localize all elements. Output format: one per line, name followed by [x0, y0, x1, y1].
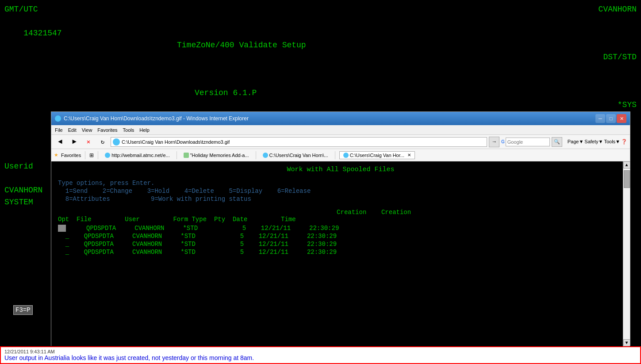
- f3-label: F3=P: [13, 305, 33, 315]
- safety-menu[interactable]: Safety▼: [584, 139, 603, 145]
- creation-time-header: Creation: [381, 209, 411, 216]
- favorites-star-icon: ★: [54, 152, 58, 158]
- search-input[interactable]: [506, 138, 550, 146]
- bottom-annotation-bar: 12/21/2011 9:43:11 AM User output in Aus…: [0, 346, 641, 364]
- fav-4-icon: [343, 153, 349, 158]
- creation-date-header: Creation: [337, 209, 366, 216]
- fav-4-close[interactable]: ✕: [407, 153, 411, 157]
- spooled-creation-header: Creation Creation: [58, 209, 623, 216]
- ie-menubar: File Edit View Favorites Tools Help: [51, 125, 630, 135]
- ie-icon: [55, 115, 61, 122]
- menu-view[interactable]: View: [82, 127, 92, 133]
- fav-item-1[interactable]: http://webmail.atmc.net/e...: [102, 152, 172, 159]
- spooled-row-3: _ QPDSPDTA CVANHORN *STD 5 12/21/11 22:3…: [58, 241, 623, 248]
- fav-2-icon: [184, 153, 189, 158]
- ie-title: C:\Users\Craig Van Horn\Downloads\tzndem…: [64, 115, 249, 122]
- minimize-button[interactable]: ─: [595, 114, 605, 123]
- forward-button[interactable]: ►: [68, 137, 81, 147]
- ie-content-wrapper: Work with All Spooled Files Type options…: [51, 161, 630, 346]
- fav-3-label: C:\Users\Craig Van Horn\...: [269, 153, 328, 158]
- fav-separator-3: [177, 151, 177, 159]
- back-button[interactable]: ◄: [54, 137, 66, 147]
- stop-button[interactable]: ✕: [82, 137, 95, 147]
- search-button[interactable]: 🔍: [552, 137, 562, 147]
- favorites-label[interactable]: Favorites: [61, 153, 81, 158]
- col-file: File: [77, 216, 125, 223]
- spooled-options-list2: 8=Attributes 9=Work with printing status: [58, 195, 623, 203]
- fav-1-label: http://webmail.atmc.net/e...: [111, 153, 169, 158]
- fav-separator-5: [335, 151, 335, 159]
- refresh-button[interactable]: ↻: [96, 137, 109, 147]
- col-opt: Opt: [58, 216, 77, 223]
- close-button[interactable]: ✕: [617, 114, 626, 123]
- menu-edit[interactable]: Edit: [68, 127, 77, 133]
- ie-titlebar: C:\Users\Craig Van Horn\Downloads\tzndem…: [51, 112, 630, 125]
- address-text: C:\Users\Craig Van Horn\Downloads\tzndem…: [122, 139, 230, 145]
- opt-box-1: [58, 225, 66, 232]
- fav-item-4[interactable]: C:\Users\Craig Van Hor... ✕: [339, 151, 415, 159]
- scroll-thumb[interactable]: [624, 170, 630, 188]
- spooled-instructions: Type options, press Enter.: [58, 180, 623, 187]
- fav-2-label: "Holiday Memories Add-a...: [190, 153, 249, 158]
- address-icon: [113, 138, 120, 146]
- search-area: G: [501, 138, 550, 146]
- spooled-row-1: QPDSPDTA CVANHORN *STD 5 12/21/11 22:30:…: [58, 225, 623, 232]
- fav-grid-icon[interactable]: ⊞: [89, 152, 94, 158]
- terminal-background: GMT/UTCCVANHORN 14321547 TimeZoNe/400 Va…: [0, 0, 641, 115]
- options-keyword: options: [77, 180, 103, 187]
- col-form: Form Type: [173, 216, 214, 223]
- fav-1-icon: [105, 153, 110, 158]
- fav-separator-2: [98, 151, 98, 159]
- fav-4-label: C:\Users\Craig Van Hor...: [350, 153, 404, 158]
- fav-3-icon: [263, 153, 268, 158]
- scroll-down-btn[interactable]: ▼: [623, 339, 630, 346]
- spooled-title: Work with All Spooled Files: [58, 166, 623, 173]
- tools-menu[interactable]: Tools▼: [604, 139, 620, 145]
- toolbar-buttons: Page▼ Safety▼ Tools▼ ❓: [568, 139, 627, 145]
- menu-tools[interactable]: Tools: [123, 127, 134, 133]
- ie-browser-window: C:\Users\Craig Van Horn\Downloads\tzndem…: [51, 111, 630, 346]
- col-pty: Pty: [214, 216, 233, 223]
- ie-content: Work with All Spooled Files Type options…: [51, 161, 630, 346]
- col-user: User: [125, 216, 173, 223]
- ie-titlebar-buttons: ─ □ ✕: [595, 114, 626, 123]
- ie-titlebar-left: C:\Users\Craig Van Horn\Downloads\tzndem…: [55, 115, 249, 122]
- col-date: Date: [233, 216, 281, 223]
- tz-center: TimeZoNe/400 Validate Setup: [177, 39, 306, 51]
- menu-help[interactable]: Help: [139, 127, 150, 133]
- terminal-line-1: GMT/UTCCVANHORN: [4, 4, 637, 15]
- fav-separator-4: [256, 151, 256, 159]
- ie-navbar: ◄ ► ✕ ↻ C:\Users\Craig Van Horn\Download…: [51, 135, 630, 149]
- menu-file[interactable]: File: [55, 127, 63, 133]
- col-time: Time: [281, 216, 296, 223]
- menu-favorites[interactable]: Favorites: [97, 127, 117, 133]
- fav-separator-1: [85, 151, 85, 159]
- google-icon: G: [501, 139, 505, 144]
- ie-scrollbar[interactable]: ▲ ▼: [623, 161, 630, 346]
- maximize-button[interactable]: □: [606, 114, 616, 123]
- ie-favbar: ★ Favorites ⊞ http://webmail.atmc.net/e.…: [51, 149, 630, 161]
- ts-left: 14321547: [23, 29, 61, 38]
- row1-data: QPDSPDTA CVANHORN *STD 5 12/21/11 22:30:…: [68, 225, 339, 232]
- scroll-up-btn[interactable]: ▲: [623, 161, 630, 169]
- version-center: Version 6.1.P: [195, 87, 257, 99]
- bottom-timestamp: 12/21/2011 9:43:11 AM: [4, 349, 637, 354]
- fav-item-2[interactable]: "Holiday Memories Add-a...: [181, 152, 252, 159]
- page-menu[interactable]: Page▼: [568, 139, 584, 145]
- bottom-message: User output in Austrialia looks like it …: [4, 354, 637, 361]
- fav-item-3[interactable]: C:\Users\Craig Van Horn\...: [260, 152, 331, 159]
- help-icon[interactable]: ❓: [621, 139, 627, 145]
- spooled-row-2: _ QPDSPDTA CVANHORN *STD 5 12/21/11 22:3…: [58, 233, 623, 240]
- address-bar[interactable]: C:\Users\Craig Van Horn\Downloads\tzndem…: [111, 137, 487, 147]
- cvanhorn-label: CVANHORN: [599, 4, 637, 15]
- sys-right: *SYS: [618, 99, 637, 111]
- gmt-label: GMT/UTC: [4, 5, 38, 14]
- dst-right: DST/STD: [603, 51, 637, 63]
- spooled-row-4: _ QPDSPDTA CVANHORN *STD 5 12/21/11 22:3…: [58, 249, 623, 256]
- spooled-col-headers: Opt File User Form Type Pty Date Time: [58, 216, 623, 223]
- terminal-line-2: 14321547 TimeZoNe/400 Validate Setup DST…: [4, 15, 637, 75]
- spooled-options-list: 1=Send 2=Change 3=Hold 4=Delete 5=Displa…: [58, 188, 623, 195]
- go-button[interactable]: →: [489, 137, 499, 147]
